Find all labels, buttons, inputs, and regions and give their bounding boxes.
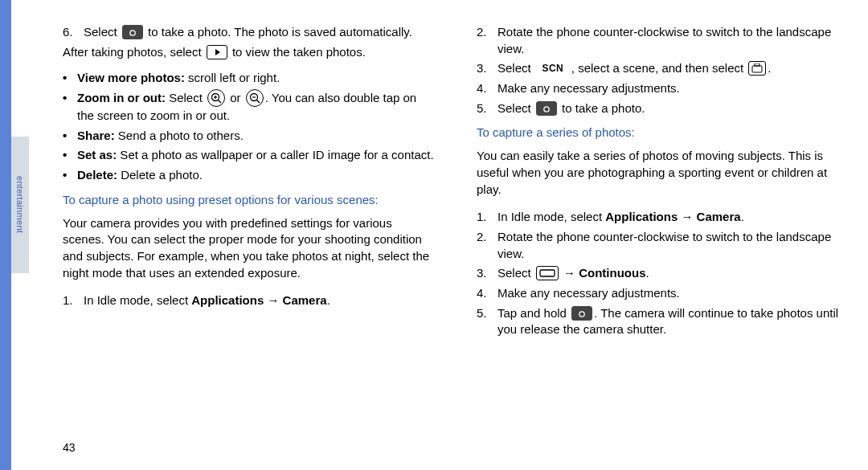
mode-rect-icon — [536, 266, 559, 280]
zoom-out-icon — [246, 89, 264, 107]
left-blue-bar — [0, 0, 11, 470]
bullet-label: Delete: — [77, 168, 117, 182]
svg-rect-16 — [540, 270, 555, 276]
svg-rect-12 — [752, 66, 762, 72]
list-number: 4. — [477, 285, 497, 302]
list-number: 2. — [477, 229, 497, 246]
list-number: 5. — [477, 100, 497, 117]
list-number: 5. — [477, 305, 497, 322]
svg-line-9 — [256, 100, 260, 104]
svg-marker-3 — [215, 49, 220, 55]
list-item: 2. Rotate the phone counter-clockwise to… — [477, 24, 850, 57]
list-item: 1. In Idle mode, select Applications → C… — [63, 292, 436, 309]
list-item: 4. Make any necessary adjustments. — [477, 80, 850, 97]
svg-rect-14 — [543, 104, 548, 106]
bullet-label: Zoom in or out: — [77, 91, 166, 104]
section-heading: To capture a series of photos: — [477, 125, 850, 141]
content-area: 6. Select to take a photo. The photo is … — [48, 0, 868, 470]
bullet-item: • Zoom in or out: Select or . You can al… — [63, 90, 436, 125]
list-item: 2. Rotate the phone counter-clockwise to… — [477, 229, 850, 262]
list-item: 5. Tap and hold . The camera will contin… — [477, 305, 850, 338]
section-heading: To capture a photo using preset options … — [63, 192, 436, 209]
list-item: 4. Make any necessary adjustments. — [477, 285, 850, 302]
list-number: 1. — [63, 292, 84, 309]
right-column: 2. Rotate the phone counter-clockwise to… — [477, 24, 850, 470]
section-tab-label: entertainment — [15, 176, 25, 233]
camera-icon — [536, 101, 557, 116]
bullet-item: • View more photos: scroll left or right… — [63, 70, 436, 87]
list-item: 3. Select SCN, select a scene, and then … — [477, 60, 850, 77]
list-item: 3. Select → Continuous. — [477, 265, 850, 282]
bullet-item: • Delete: Delete a photo. — [63, 167, 436, 184]
list-number: 2. — [477, 24, 497, 41]
left-column: 6. Select to take a photo. The photo is … — [63, 24, 436, 470]
svg-rect-18 — [579, 309, 583, 311]
camera-icon — [122, 25, 143, 39]
manual-page: entertainment 6. Select to take a photo.… — [0, 0, 868, 470]
list-number: 1. — [477, 209, 497, 226]
bullet-label: Set as: — [77, 148, 117, 161]
zoom-in-icon — [207, 89, 225, 107]
list-item: 5. Select to take a photo. — [477, 100, 850, 117]
svg-line-5 — [219, 100, 222, 104]
scn-icon: SCN — [536, 61, 570, 76]
bullet-label: View more photos: — [77, 71, 185, 84]
bullet-label: Share: — [77, 129, 115, 142]
page-number: 43 — [63, 441, 76, 454]
list-number: 6. — [63, 24, 84, 41]
play-icon — [207, 45, 227, 59]
paragraph: After taking photos, select to view the … — [63, 44, 436, 61]
list-number: 3. — [477, 265, 497, 282]
bullet-item: • Set as: Set a photo as wallpaper or a … — [63, 147, 436, 164]
camera-icon — [571, 306, 592, 321]
section-tab: entertainment — [11, 137, 29, 273]
save-shutter-icon — [748, 61, 766, 76]
list-number: 4. — [477, 80, 497, 97]
list-number: 3. — [477, 60, 497, 77]
list-item: 6. Select to take a photo. The photo is … — [63, 24, 436, 41]
list-body: Select to take a photo. The photo is sav… — [84, 24, 436, 41]
bullet-item: • Share: Send a photo to others. — [63, 128, 436, 145]
paragraph: Your camera provides you with predefined… — [63, 215, 436, 282]
paragraph: You can easily take a series of photos o… — [477, 148, 850, 198]
list-item: 1. In Idle mode, select Applications → C… — [477, 209, 850, 226]
svg-rect-1 — [129, 27, 134, 30]
